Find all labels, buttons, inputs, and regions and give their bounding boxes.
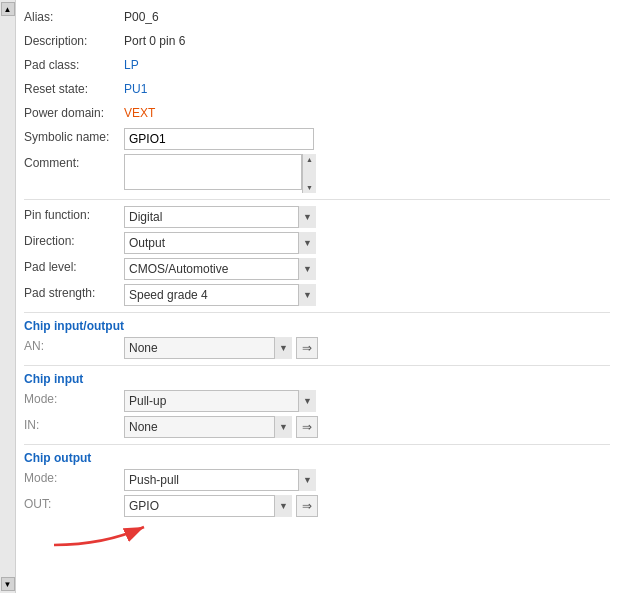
chip-io-section-title: Chip input/output xyxy=(24,319,610,333)
pad-level-select-wrapper: CMOS/Automotive ▼ xyxy=(124,258,316,280)
pad-class-row: Pad class: LP xyxy=(24,56,610,76)
in-navigate-button[interactable]: ⇒ xyxy=(296,416,318,438)
an-select-wrapper: None ▼ xyxy=(124,337,292,359)
scroll-up-arrow[interactable]: ▲ xyxy=(1,2,15,16)
reset-state-label: Reset state: xyxy=(24,80,124,96)
description-row: Description: Port 0 pin 6 xyxy=(24,32,610,52)
description-label: Description: xyxy=(24,32,124,48)
chip-output-mode-select-wrapper: Push-pull ▼ xyxy=(124,469,316,491)
pad-level-select[interactable]: CMOS/Automotive xyxy=(124,258,316,280)
in-select[interactable]: None xyxy=(124,416,292,438)
alias-label: Alias: xyxy=(24,8,124,24)
divider-1 xyxy=(24,199,610,200)
an-label: AN: xyxy=(24,337,124,353)
description-value: Port 0 pin 6 xyxy=(124,32,185,48)
chip-output-mode-row: Mode: Push-pull ▼ xyxy=(24,469,610,491)
direction-select[interactable]: Output xyxy=(124,232,316,254)
power-domain-row: Power domain: VEXT xyxy=(24,104,610,124)
vertical-scrollbar[interactable]: ▲ ▼ xyxy=(0,0,16,593)
an-navigate-icon: ⇒ xyxy=(302,341,312,355)
red-arrow-indicator xyxy=(44,517,164,547)
direction-select-wrapper: Output ▼ xyxy=(124,232,316,254)
scroll-track[interactable] xyxy=(1,16,15,577)
an-row: AN: None ▼ ⇒ xyxy=(24,337,610,359)
chip-input-mode-select[interactable]: Pull-up xyxy=(124,390,316,412)
reset-state-row: Reset state: PU1 xyxy=(24,80,610,100)
symbolic-name-label: Symbolic name: xyxy=(24,128,124,144)
in-select-wrapper: None ▼ xyxy=(124,416,292,438)
out-select[interactable]: GPIO xyxy=(124,495,292,517)
symbolic-name-row: Symbolic name: xyxy=(24,128,610,150)
direction-row: Direction: Output ▼ xyxy=(24,232,610,254)
divider-4 xyxy=(24,444,610,445)
comment-scrollbar: ▲ ▼ xyxy=(302,154,316,193)
chip-output-mode-label: Mode: xyxy=(24,469,124,485)
pad-strength-select-wrapper: Speed grade 4 ▼ xyxy=(124,284,316,306)
out-select-wrapper: GPIO ▼ xyxy=(124,495,292,517)
an-select[interactable]: None xyxy=(124,337,292,359)
out-row: OUT: GPIO ▼ ⇒ xyxy=(24,495,610,517)
alias-row: Alias: P00_6 xyxy=(24,8,610,28)
power-domain-value: VEXT xyxy=(124,104,155,120)
comment-label: Comment: xyxy=(24,154,124,170)
chip-output-mode-select[interactable]: Push-pull xyxy=(124,469,316,491)
alias-value: P00_6 xyxy=(124,8,159,24)
power-domain-label: Power domain: xyxy=(24,104,124,120)
chip-input-mode-select-wrapper: Pull-up ▼ xyxy=(124,390,316,412)
properties-panel: Alias: P00_6 Description: Port 0 pin 6 P… xyxy=(16,0,622,593)
pad-class-value: LP xyxy=(124,56,139,72)
out-label: OUT: xyxy=(24,495,124,511)
chip-input-section-title: Chip input xyxy=(24,372,610,386)
symbolic-name-input[interactable] xyxy=(124,128,314,150)
pin-function-label: Pin function: xyxy=(24,206,124,222)
out-navigate-button[interactable]: ⇒ xyxy=(296,495,318,517)
pad-class-label: Pad class: xyxy=(24,56,124,72)
pin-function-row: Pin function: Digital ▼ xyxy=(24,206,610,228)
in-row: IN: None ▼ ⇒ xyxy=(24,416,610,438)
reset-state-value: PU1 xyxy=(124,80,147,96)
pin-function-select-wrapper: Digital ▼ xyxy=(124,206,316,228)
direction-label: Direction: xyxy=(24,232,124,248)
scroll-down-arrow[interactable]: ▼ xyxy=(1,577,15,591)
comment-scroll-down[interactable]: ▼ xyxy=(306,184,313,191)
divider-3 xyxy=(24,365,610,366)
in-controls: None ▼ ⇒ xyxy=(124,416,318,438)
comment-scroll-up[interactable]: ▲ xyxy=(306,156,313,163)
pad-level-label: Pad level: xyxy=(24,258,124,274)
comment-wrapper: ▲ ▼ xyxy=(124,154,316,193)
main-container: ▲ ▼ Alias: P00_6 Description: Port 0 pin… xyxy=(0,0,622,593)
comment-row: Comment: ▲ ▼ xyxy=(24,154,610,193)
chip-input-mode-label: Mode: xyxy=(24,390,124,406)
an-navigate-button[interactable]: ⇒ xyxy=(296,337,318,359)
chip-input-mode-row: Mode: Pull-up ▼ xyxy=(24,390,610,412)
in-navigate-icon: ⇒ xyxy=(302,420,312,434)
pin-function-select[interactable]: Digital xyxy=(124,206,316,228)
out-controls: GPIO ▼ ⇒ xyxy=(124,495,318,517)
pad-level-row: Pad level: CMOS/Automotive ▼ xyxy=(24,258,610,280)
pad-strength-select[interactable]: Speed grade 4 xyxy=(124,284,316,306)
in-label: IN: xyxy=(24,416,124,432)
out-navigate-icon: ⇒ xyxy=(302,499,312,513)
pad-strength-row: Pad strength: Speed grade 4 ▼ xyxy=(24,284,610,306)
chip-output-section-title: Chip output xyxy=(24,451,610,465)
an-controls: None ▼ ⇒ xyxy=(124,337,318,359)
comment-input[interactable] xyxy=(124,154,302,190)
divider-2 xyxy=(24,312,610,313)
pad-strength-label: Pad strength: xyxy=(24,284,124,300)
